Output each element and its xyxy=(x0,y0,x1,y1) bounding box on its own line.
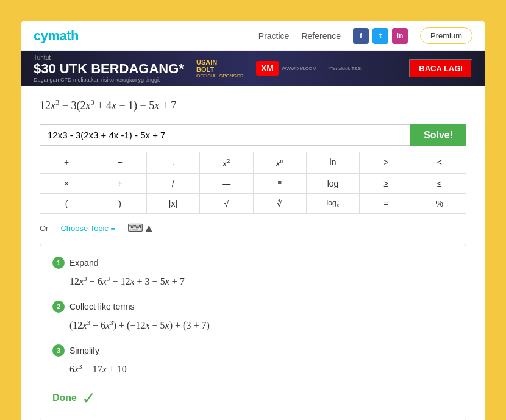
calc-rparen[interactable]: ) xyxy=(93,194,146,213)
math-expression-display: 12x3 − 3(2x3 + 4x − 1) − 5x + 7 xyxy=(40,98,466,112)
step-1-label: Expand xyxy=(69,258,98,268)
instagram-icon[interactable]: in xyxy=(392,28,408,44)
ad-sponsor: USAIN BOLT OFFICIAL SPONSOR xyxy=(196,59,244,79)
step-3-number: 3 xyxy=(52,344,65,357)
step-1-number: 1 xyxy=(52,257,65,269)
ad-amount: $30 UTK BERDAGANG* xyxy=(34,61,184,77)
ad-brand: XM WWW.XM.COM xyxy=(256,61,316,76)
calc-lparen[interactable]: ( xyxy=(40,194,93,213)
step-3: 3 Simplify 6x3 − 17x + 10 xyxy=(52,344,454,377)
social-icons: f t in xyxy=(353,28,408,44)
step-2-header: 2 Collect like terms xyxy=(52,301,454,313)
math-input[interactable] xyxy=(40,124,410,146)
step-2-number: 2 xyxy=(52,301,65,313)
calc-power[interactable]: xn xyxy=(254,152,307,173)
step-3-header: 3 Simplify xyxy=(52,344,454,357)
done-row: Done ✓ xyxy=(52,388,454,408)
step-1-header: 1 Expand xyxy=(52,257,454,269)
calc-logx[interactable]: logx xyxy=(307,194,360,213)
calc-gt[interactable]: > xyxy=(360,152,413,173)
outer-frame: cymath Practice Reference f t in Premium… xyxy=(12,12,494,420)
ad-title: Tuntut xyxy=(34,54,184,61)
ad-banner: Tuntut $30 UTK BERDAGANG* Dagangan CFD m… xyxy=(21,51,485,86)
choose-topic-link[interactable]: Choose Topic ≡ xyxy=(60,224,115,233)
step-3-math: 6x3 − 17x + 10 xyxy=(69,361,454,377)
main-container: cymath Practice Reference f t in Premium… xyxy=(21,21,485,420)
steps-container: 1 Expand 12x3 − 6x3 − 12x + 3 − 5x + 7 2… xyxy=(40,244,466,420)
calc-minus[interactable]: − xyxy=(93,152,146,173)
checkmark-icon: ✓ xyxy=(82,388,96,408)
calc-mixed[interactable]: ≡ xyxy=(254,174,307,193)
expr-12: 12 xyxy=(40,99,51,112)
calculator-grid: + − . x2 xn ln > < × ÷ / — ≡ log ≥ xyxy=(40,152,466,214)
nav-reference[interactable]: Reference xyxy=(301,31,341,41)
calc-sqrt[interactable]: √ xyxy=(200,194,253,213)
calc-cbrt[interactable]: ∛ xyxy=(254,194,307,213)
topic-row: Or Choose Topic ≡ ⌨▲ xyxy=(40,221,466,235)
or-text: Or xyxy=(40,224,48,233)
step-2-label: Collect like terms xyxy=(69,302,135,311)
calc-row-3: ( ) |x| √ ∛ logx = % xyxy=(40,194,466,213)
calc-frac[interactable]: — xyxy=(200,174,253,193)
logo: cymath xyxy=(34,28,79,44)
twitter-icon[interactable]: t xyxy=(372,28,388,44)
ad-terms: *Tertakluk T&S. xyxy=(329,66,362,71)
calc-log[interactable]: log xyxy=(307,174,360,193)
content-area: 12x3 − 3(2x3 + 4x − 1) − 5x + 7 Solve! +… xyxy=(21,86,485,420)
premium-button[interactable]: Premium xyxy=(420,27,472,44)
ad-disclaimer: Dagangan CFD melibatkan risiko kerugian … xyxy=(34,77,184,83)
calc-abs[interactable]: |x| xyxy=(147,194,200,213)
facebook-icon[interactable]: f xyxy=(353,28,369,44)
calc-ln[interactable]: ln xyxy=(307,152,360,173)
ad-text-block: Tuntut $30 UTK BERDAGANG* Dagangan CFD m… xyxy=(34,54,184,83)
step-2: 2 Collect like terms (12x3 − 6x3) + (−12… xyxy=(52,301,454,333)
calc-slash[interactable]: / xyxy=(147,174,200,193)
ad-cta-button[interactable]: BACA LAGI xyxy=(409,59,472,78)
step-3-label: Simplify xyxy=(69,346,99,355)
nav-links: Practice Reference f t in Premium xyxy=(258,27,472,44)
step-1-math: 12x3 − 6x3 − 12x + 3 − 5x + 7 xyxy=(69,274,454,290)
calc-square[interactable]: x2 xyxy=(200,152,253,173)
calc-lte[interactable]: ≤ xyxy=(413,174,466,193)
calc-row-1: + − . x2 xn ln > < xyxy=(40,152,466,174)
calc-percent[interactable]: % xyxy=(413,194,466,213)
calc-divide[interactable]: ÷ xyxy=(93,174,146,193)
calc-plus[interactable]: + xyxy=(40,152,93,173)
header: cymath Practice Reference f t in Premium xyxy=(21,21,485,51)
input-row: Solve! xyxy=(40,124,466,146)
calc-equals[interactable]: = xyxy=(360,194,413,213)
calc-row-2: × ÷ / — ≡ log ≥ ≤ xyxy=(40,174,466,194)
calc-multiply[interactable]: × xyxy=(40,174,93,193)
keyboard-icon[interactable]: ⌨▲ xyxy=(127,221,154,235)
calc-dot[interactable]: . xyxy=(147,152,200,173)
nav-practice[interactable]: Practice xyxy=(258,31,290,41)
solve-button[interactable]: Solve! xyxy=(410,124,466,146)
calc-lt[interactable]: < xyxy=(413,152,466,173)
step-1: 1 Expand 12x3 − 6x3 − 12x + 3 − 5x + 7 xyxy=(52,257,454,290)
done-label: Done xyxy=(52,393,77,404)
step-2-math: (12x3 − 6x3) + (−12x − 5x) + (3 + 7) xyxy=(69,318,454,333)
ad-content: Tuntut $30 UTK BERDAGANG* Dagangan CFD m… xyxy=(21,51,485,86)
calc-gte[interactable]: ≥ xyxy=(360,174,413,193)
